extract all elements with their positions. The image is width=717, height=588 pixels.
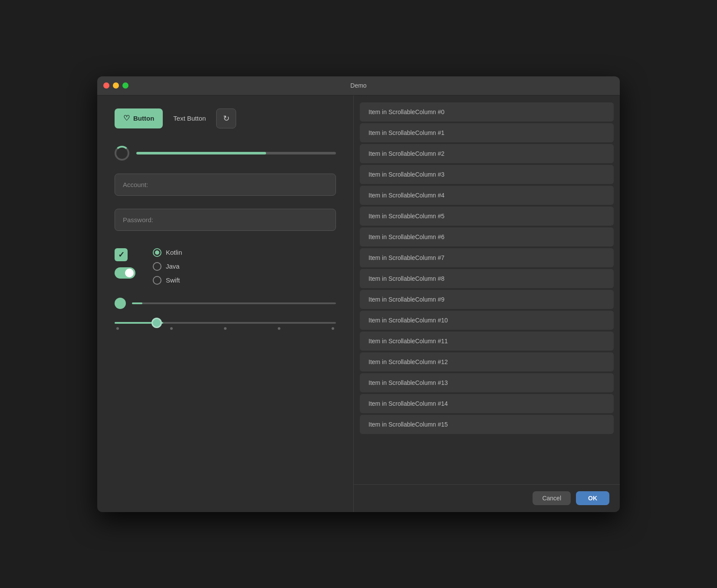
list-item[interactable]: Item in ScrollableColumn #9 [360,290,614,309]
slider1-knob[interactable] [115,298,126,309]
scrollable-list[interactable]: Item in ScrollableColumn #0Item in Scrol… [354,95,620,484]
step-dot-3 [224,327,227,330]
list-item[interactable]: Item in ScrollableColumn #6 [360,227,614,246]
radio-java[interactable]: Java [153,262,182,271]
ok-button[interactable]: OK [576,491,609,505]
radio-label-java: Java [166,263,180,270]
main-content: ♡ Button Text Button ↻ [97,95,620,512]
list-item[interactable]: Item in ScrollableColumn #0 [360,102,614,122]
cancel-button[interactable]: Cancel [533,491,571,505]
list-item[interactable]: Item in ScrollableColumn #7 [360,248,614,267]
toggle-knob [125,269,134,277]
list-item[interactable]: Item in ScrollableColumn #4 [360,186,614,205]
progress-area [115,141,336,161]
progress-bar-fill [136,152,266,154]
radio-outer-java [153,262,161,271]
text-button[interactable]: Text Button [170,113,209,124]
list-item[interactable]: Item in ScrollableColumn #1 [360,123,614,142]
right-panel: Item in ScrollableColumn #0Item in Scrol… [353,95,620,512]
spinner [115,146,129,161]
list-item[interactable]: Item in ScrollableColumn #13 [360,373,614,392]
slider2-track[interactable] [115,322,336,324]
bottom-bar: Cancel OK [354,484,620,512]
refresh-button[interactable]: ↻ [216,108,236,128]
slider1-track[interactable] [132,302,336,304]
close-button[interactable] [103,82,109,89]
slider1-wrap [115,298,336,309]
password-input[interactable] [115,209,336,231]
progress-bar-track [136,152,336,154]
radio-label-swift: Swift [166,276,180,284]
account-input[interactable] [115,174,336,196]
radio-outer-swift [153,276,161,285]
titlebar: Demo [97,76,620,95]
list-item[interactable]: Item in ScrollableColumn #8 [360,269,614,288]
primary-button[interactable]: ♡ Button [115,108,163,128]
slider1-fill [132,302,142,304]
list-item[interactable]: Item in ScrollableColumn #15 [360,415,614,434]
step-dots [115,327,336,330]
slider2-knob[interactable] [151,318,162,328]
checkbox[interactable]: ✓ [115,248,128,261]
step-dot-2 [170,327,173,330]
step-dot-1 [116,327,119,330]
radio-swift[interactable]: Swift [153,276,182,285]
maximize-button[interactable] [122,82,128,89]
list-item[interactable]: Item in ScrollableColumn #2 [360,144,614,163]
heart-icon: ♡ [123,114,130,123]
radio-inner-kotlin [155,250,159,255]
checkmark-icon: ✓ [118,250,125,260]
buttons-row: ♡ Button Text Button ↻ [115,108,336,128]
left-panel: ♡ Button Text Button ↻ [97,95,353,512]
minimize-button[interactable] [113,82,119,89]
step-dot-5 [332,327,334,330]
slider2-container [115,322,336,330]
list-item[interactable]: Item in ScrollableColumn #12 [360,352,614,371]
toggle-switch[interactable] [115,267,135,279]
radio-outer-kotlin [153,248,161,257]
step-dot-4 [278,327,280,330]
radio-group: Kotlin Java Swift [153,248,182,285]
list-item[interactable]: Item in ScrollableColumn #5 [360,207,614,226]
traffic-lights [103,82,128,89]
radio-label-kotlin: Kotlin [166,249,182,256]
list-item[interactable]: Item in ScrollableColumn #3 [360,165,614,184]
refresh-icon: ↻ [223,114,230,123]
main-window: Demo ♡ Button Text Button ↻ [97,76,620,512]
window-title: Demo [350,82,366,89]
checkbox-toggle-col: ✓ [115,248,135,279]
primary-button-label: Button [133,115,154,122]
list-item[interactable]: Item in ScrollableColumn #11 [360,332,614,351]
controls-row: ✓ Kotlin Java [115,244,336,285]
list-item[interactable]: Item in ScrollableColumn #14 [360,394,614,413]
list-item[interactable]: Item in ScrollableColumn #10 [360,311,614,330]
radio-kotlin[interactable]: Kotlin [153,248,182,257]
